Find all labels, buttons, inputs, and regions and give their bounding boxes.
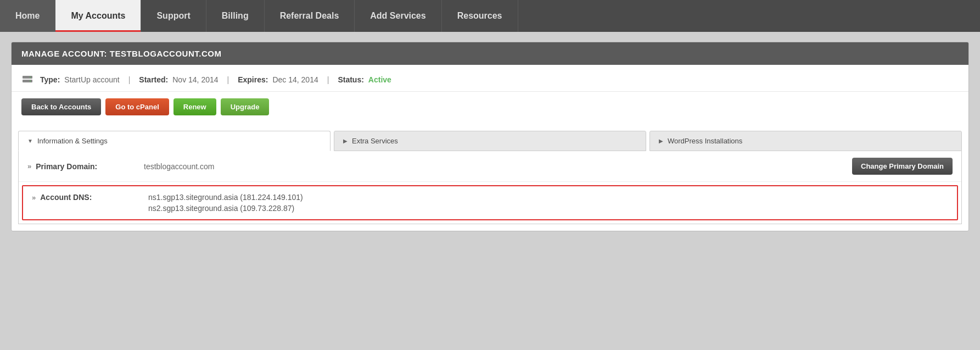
nav-tab-referral-deals[interactable]: Referral Deals	[265, 0, 355, 32]
svg-rect-0	[23, 76, 32, 79]
tab-wordpress-label: WordPress Installations	[668, 137, 742, 145]
tab-wordpress-arrow: ▶	[659, 138, 663, 144]
separator-2: |	[227, 75, 229, 84]
primary-domain-label-section: » Primary Domain:	[27, 162, 137, 171]
account-info-row: Type: StartUp account | Started: Nov 14,…	[12, 65, 968, 92]
dns-value-2: ns2.sgp13.siteground.asia (109.73.228.87…	[148, 204, 303, 213]
separator-3: |	[327, 75, 329, 84]
tab-info-settings-label: Information & Settings	[37, 137, 108, 145]
section-tabs: ▼ Information & Settings ▶ Extra Service…	[18, 131, 962, 151]
status-label: Status:	[338, 75, 363, 84]
primary-domain-value: testblogaccount.com	[144, 162, 845, 171]
dns-label: Account DNS:	[40, 193, 92, 202]
dns-value-1: ns1.sgp13.siteground.asia (181.224.149.1…	[148, 193, 303, 202]
action-buttons-row: Back to Accounts Go to cPanel Renew Upgr…	[12, 92, 968, 124]
primary-domain-row: » Primary Domain: testblogaccount.com Ch…	[19, 151, 961, 182]
nav-tab-resources[interactable]: Resources	[442, 0, 518, 32]
server-icon	[21, 74, 33, 86]
info-content: » Primary Domain: testblogaccount.com Ch…	[18, 151, 962, 224]
nav-tab-billing[interactable]: Billing	[206, 0, 265, 32]
tab-info-settings-arrow: ▼	[27, 138, 33, 144]
dns-values: ns1.sgp13.siteground.asia (181.224.149.1…	[148, 193, 303, 213]
primary-domain-label: Primary Domain:	[36, 162, 97, 171]
svg-point-3	[30, 81, 31, 82]
dns-label-section: » Account DNS:	[32, 193, 142, 202]
tab-extra-services-arrow: ▶	[343, 138, 348, 144]
type-value: StartUp account	[64, 75, 119, 84]
nav-tab-home[interactable]: Home	[0, 0, 55, 32]
status-value: Active	[368, 75, 391, 84]
tab-info-settings[interactable]: ▼ Information & Settings	[18, 131, 331, 151]
nav-tab-support[interactable]: Support	[141, 0, 206, 32]
tab-extra-services[interactable]: ▶ Extra Services	[334, 131, 646, 151]
manage-account-header: MANAGE ACCOUNT: TESTBLOGACCOUNT.COM	[12, 42, 968, 65]
nav-tab-my-accounts[interactable]: My Accounts	[55, 0, 141, 32]
main-content: MANAGE ACCOUNT: TESTBLOGACCOUNT.COM Type…	[0, 32, 980, 350]
expires-value: Dec 14, 2014	[272, 75, 318, 84]
primary-domain-arrow-icon: »	[27, 162, 31, 170]
upgrade-button[interactable]: Upgrade	[221, 98, 270, 115]
started-value: Nov 14, 2014	[172, 75, 218, 84]
tab-wordpress-installations[interactable]: ▶ WordPress Installations	[649, 131, 962, 151]
manage-account-panel: MANAGE ACCOUNT: TESTBLOGACCOUNT.COM Type…	[11, 42, 969, 231]
separator-1: |	[128, 75, 131, 84]
top-navigation: Home My Accounts Support Billing Referra…	[0, 0, 980, 32]
nav-tab-add-services[interactable]: Add Services	[355, 0, 441, 32]
svg-point-2	[30, 77, 31, 78]
type-label: Type:	[40, 75, 60, 84]
tab-extra-services-label: Extra Services	[352, 137, 398, 145]
account-dns-row: » Account DNS: ns1.sgp13.siteground.asia…	[22, 185, 958, 220]
expires-label: Expires:	[238, 75, 268, 84]
dns-arrow-icon: »	[32, 193, 36, 202]
svg-rect-1	[23, 80, 32, 82]
started-label: Started:	[139, 75, 168, 84]
go-to-cpanel-button[interactable]: Go to cPanel	[105, 98, 169, 115]
back-to-accounts-button[interactable]: Back to Accounts	[21, 98, 101, 115]
change-primary-domain-button[interactable]: Change Primary Domain	[852, 158, 953, 175]
renew-button[interactable]: Renew	[173, 98, 216, 115]
